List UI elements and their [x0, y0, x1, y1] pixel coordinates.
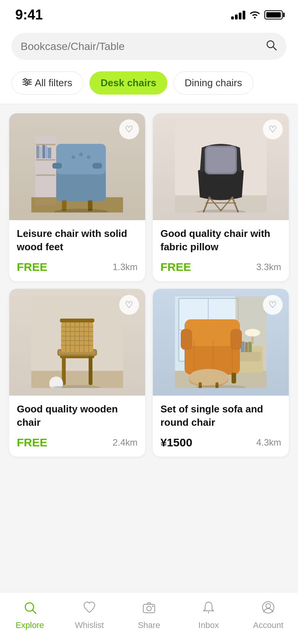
nav-label-account: Account [253, 620, 283, 630]
product-image-1: ♡ [9, 113, 145, 220]
svg-point-95 [152, 605, 154, 607]
product-price-1: FREE [17, 261, 47, 274]
svg-rect-12 [36, 146, 39, 158]
camera-icon [142, 600, 156, 618]
svg-rect-14 [42, 145, 45, 158]
svg-point-22 [71, 155, 75, 159]
svg-line-1 [273, 47, 276, 50]
svg-rect-21 [92, 163, 102, 169]
product-footer-2: FREE 3.3km [160, 261, 281, 274]
product-distance-3: 2.4km [113, 437, 138, 448]
svg-rect-31 [206, 147, 235, 173]
product-title-1: Leisure chair with solid wood feet [17, 227, 138, 254]
product-footer-3: FREE 2.4km [17, 436, 138, 449]
filter-dining-chairs[interactable]: Dining chairs [173, 71, 253, 95]
product-info-2: Good quality chair with fabric pillow FR… [153, 220, 289, 281]
list-item[interactable]: ♡ Good quality chair with fabric pillow … [153, 113, 289, 281]
svg-rect-15 [45, 146, 47, 158]
product-price-2: FREE [160, 261, 191, 274]
product-info-3: Good quality wooden chair FREE 2.4km [9, 396, 145, 457]
svg-rect-71 [240, 352, 261, 361]
nav-item-wishlist[interactable]: Whislist [70, 600, 109, 630]
nav-item-inbox[interactable]: Inbox [189, 600, 228, 630]
filter-all[interactable]: All filters [11, 71, 83, 95]
svg-rect-19 [56, 144, 106, 174]
product-price-4: ¥1500 [160, 436, 192, 449]
product-price-3: FREE [17, 436, 47, 449]
nav-label-explore: Explore [16, 620, 44, 630]
signal-icon [231, 11, 245, 19]
product-info-1: Leisure chair with solid wood feet FREE … [9, 220, 145, 281]
svg-point-87 [189, 369, 228, 386]
svg-point-94 [147, 606, 151, 611]
product-distance-1: 1.3km [113, 262, 138, 272]
product-distance-2: 3.3km [256, 262, 281, 272]
list-item[interactable]: ♡ Leisure chair with solid wood feet FRE… [9, 113, 145, 281]
battery-icon [264, 10, 283, 19]
svg-rect-11 [36, 174, 55, 176]
filter-desk-chairs[interactable]: Desk chairs [89, 71, 167, 95]
list-item[interactable]: ♡ Good quality wooden chair FREE 2.4km [9, 289, 145, 457]
svg-rect-73 [245, 342, 248, 352]
svg-point-76 [245, 329, 260, 336]
wishlist-button-2[interactable]: ♡ [263, 119, 283, 139]
search-input[interactable] [21, 40, 261, 53]
svg-point-91 [25, 603, 34, 611]
wishlist-button-1[interactable]: ♡ [119, 119, 139, 139]
product-footer-1: FREE 1.3km [17, 261, 138, 274]
nav-label-inbox: Inbox [198, 620, 219, 630]
svg-rect-10 [36, 159, 55, 161]
product-distance-4: 4.3km [256, 437, 281, 448]
svg-rect-79 [181, 329, 192, 350]
wishlist-button-4[interactable]: ♡ [263, 295, 283, 315]
svg-rect-42 [89, 357, 92, 385]
svg-point-6 [28, 81, 30, 83]
svg-point-99 [266, 604, 270, 608]
bell-icon [201, 600, 216, 618]
nav-label-wishlist: Whislist [75, 620, 104, 630]
filter-icon [23, 78, 32, 88]
heart-icon [82, 600, 97, 618]
svg-line-92 [33, 610, 36, 613]
svg-rect-74 [248, 342, 252, 352]
search-bar[interactable] [11, 33, 287, 60]
product-title-3: Good quality wooden chair [17, 402, 138, 429]
svg-rect-9 [36, 144, 55, 145]
filter-bar: All filters Desk chairs Dining chairs [0, 68, 298, 104]
status-icons [231, 9, 283, 21]
svg-rect-45 [60, 319, 94, 322]
wishlist-button-3[interactable]: ♡ [119, 295, 139, 315]
nav-item-share[interactable]: Share [130, 600, 168, 630]
list-item[interactable]: ♡ Set of single sofa and round chair ¥15… [153, 289, 289, 457]
svg-rect-20 [52, 163, 62, 169]
explore-icon [23, 600, 37, 618]
svg-point-23 [79, 153, 83, 156]
product-title-2: Good quality chair with fabric pillow [160, 227, 281, 254]
filter-all-label: All filters [35, 77, 72, 89]
svg-rect-16 [48, 148, 51, 158]
product-title-4: Set of single sofa and round chair [160, 402, 281, 429]
status-time: 9:41 [15, 7, 43, 23]
svg-rect-13 [40, 147, 42, 158]
svg-point-7 [25, 83, 28, 85]
filter-dining-chairs-label: Dining chairs [185, 77, 242, 89]
product-info-4: Set of single sofa and round chair ¥1500… [153, 396, 289, 457]
svg-point-24 [87, 155, 91, 159]
filter-desk-chairs-label: Desk chairs [100, 77, 156, 89]
search-icon[interactable] [265, 39, 277, 54]
svg-rect-85 [232, 373, 236, 383]
product-grid: ♡ Leisure chair with solid wood feet FRE… [0, 104, 298, 466]
product-image-3: ♡ [9, 289, 145, 396]
nav-label-share: Share [138, 620, 160, 630]
bottom-nav: Explore Whislist Share Inbox Account [0, 592, 298, 644]
wifi-icon [249, 9, 261, 21]
product-image-2: ♡ [153, 113, 289, 220]
product-image-4: ♡ [153, 289, 289, 396]
person-icon [261, 600, 275, 618]
product-footer-4: ¥1500 4.3km [160, 436, 281, 449]
nav-item-account[interactable]: Account [249, 600, 287, 630]
status-bar: 9:41 [0, 0, 298, 27]
svg-point-5 [24, 79, 26, 81]
search-bar-container [0, 27, 298, 68]
nav-item-explore[interactable]: Explore [11, 600, 49, 630]
